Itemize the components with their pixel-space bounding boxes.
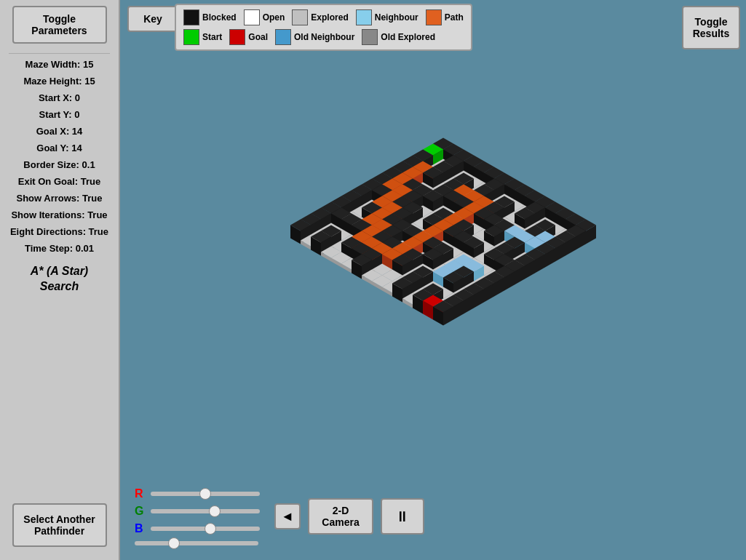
maze-3d-visualization [222, 98, 644, 476]
param-time-step: Time Step: 0.01 [3, 240, 116, 257]
param-maze-width: Maze Width: 15 [3, 56, 116, 73]
param-exit-on-goal: Exit On Goal: True [3, 173, 116, 190]
param-border-size: Border Size: 0.1 [3, 156, 116, 173]
back-button[interactable]: ◄ [274, 503, 301, 529]
camera-2d-button[interactable]: 2-D Camera [308, 498, 373, 535]
param-show-iterations: Show Iterations: True [3, 207, 116, 223]
r-slider-row: R [135, 487, 260, 500]
b-slider-row: B [135, 522, 260, 535]
g-slider[interactable] [151, 509, 260, 513]
pause-icon: ⏸ [395, 508, 410, 525]
g-slider-row: G [135, 505, 260, 518]
param-eight-directions: Eight Directions: True [3, 223, 116, 240]
toggle-parameters-button[interactable]: Toggle Parameters [12, 6, 107, 44]
g-label: G [135, 505, 146, 518]
r-slider[interactable] [151, 492, 260, 496]
b-label: B [135, 522, 146, 535]
param-goal-y: Goal Y: 14 [3, 140, 116, 156]
bottom-controls-panel: R G B ◄ 2-D Camera ⏸ [120, 473, 746, 560]
param-show-arrows: Show Arrows: True [3, 190, 116, 207]
param-start-x: Start X: 0 [3, 89, 116, 106]
pause-button[interactable]: ⏸ [381, 498, 424, 535]
param-goal-x: Goal X: 14 [3, 123, 116, 140]
rgb-sliders-group: R G B [135, 487, 260, 545]
b-slider[interactable] [151, 527, 260, 531]
brightness-slider[interactable] [135, 541, 258, 545]
param-start-y: Start Y: 0 [3, 106, 116, 123]
algorithm-label: A* (A Star) Search [31, 264, 88, 295]
param-maze-height: Maze Height: 15 [3, 73, 116, 89]
select-pathfinder-button[interactable]: Select Another Pathfinder [12, 503, 107, 547]
sidebar: Toggle Parameters Maze Width: 15 Maze He… [0, 0, 120, 560]
brightness-slider-row [135, 541, 260, 545]
r-label: R [135, 487, 146, 500]
